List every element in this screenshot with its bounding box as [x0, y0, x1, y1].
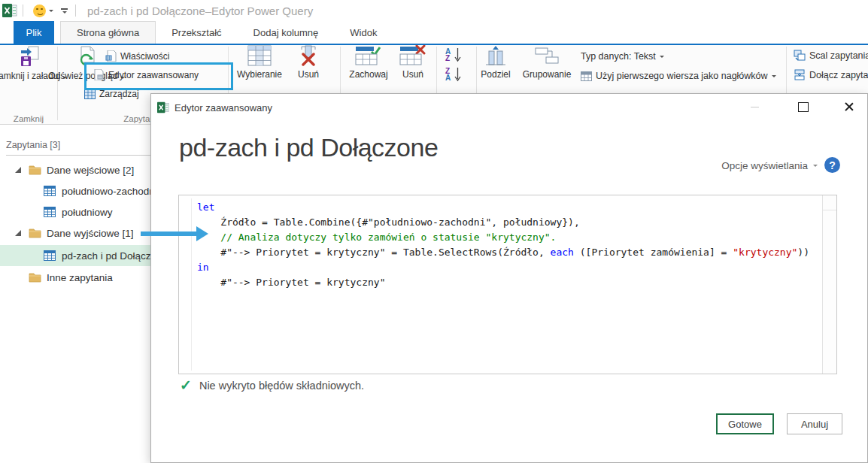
- query-name-heading: pd-zach i pd Dołączone: [179, 133, 438, 162]
- folder-icon: [29, 272, 41, 283]
- caret-down-icon: [660, 56, 664, 58]
- choose-columns-icon: [247, 45, 272, 66]
- dialog-title: Edytor zaawansowany: [175, 102, 272, 113]
- close-and-load-button[interactable]: Zamknij i załaduj: [6, 45, 54, 81]
- table-icon: [44, 207, 56, 217]
- table-icon: [44, 250, 56, 261]
- minimize-button[interactable]: [742, 94, 767, 120]
- sort-descending-button[interactable]: Z A: [445, 67, 461, 82]
- code-text[interactable]: let Źródło = Table.Combine({#"południowo…: [197, 200, 821, 290]
- first-row-headers-button[interactable]: Użyj pierwszego wiersza jako nagłówków: [581, 71, 776, 81]
- choose-columns-button[interactable]: Wybieranie: [232, 45, 287, 80]
- caret-down-icon: [772, 75, 776, 77]
- query-item-label: Dane wejściowe [2]: [47, 165, 134, 176]
- merge-queries-button[interactable]: Scal zapytania: [794, 50, 868, 61]
- properties-label: Właściwości: [120, 51, 169, 62]
- keep-rows-label: Zachowaj: [349, 70, 387, 80]
- append-queries-label: Dołącz zapytania: [809, 70, 868, 80]
- split-column-icon: [484, 45, 507, 66]
- tab-widok[interactable]: Widok: [334, 21, 393, 44]
- folder-icon: [29, 165, 41, 175]
- query-item-dane-wejściowe-2-[interactable]: Dane wejściowe [2]: [0, 159, 150, 180]
- code-editor[interactable]: let Źródło = Table.Combine({#"południowo…: [178, 195, 837, 374]
- code-scrollbar[interactable]: [822, 195, 836, 374]
- sort-arrow-icon: [454, 47, 461, 62]
- remove-columns-icon: [297, 45, 320, 66]
- question-mark-icon: ?: [829, 159, 836, 171]
- cancel-button[interactable]: Anuluj: [787, 413, 842, 434]
- minimize-icon: [751, 107, 759, 107]
- close-load-icon: [19, 45, 41, 68]
- query-item-południowy[interactable]: południowy: [0, 201, 150, 222]
- manage-label: Zarządzaj: [99, 89, 139, 99]
- tab-strona-g-wna[interactable]: Strona główna: [60, 21, 156, 44]
- excel-logo-icon: [2, 3, 17, 18]
- window-titlebar: pd-zach i pd Dołączone–Edytor Power Quer…: [0, 0, 868, 21]
- titlebar-separator-2: [75, 5, 76, 17]
- code-line: #"--> Priorytet = krytyczny": [197, 275, 821, 290]
- help-button[interactable]: ?: [824, 157, 840, 173]
- sort-letter-a: A: [445, 74, 451, 81]
- excel-logo-icon: [157, 101, 169, 113]
- query-item-pd-zach-i-pd-dołączone[interactable]: pd-zach i pd Dołączone: [0, 245, 150, 266]
- group-by-label: Grupowanie: [523, 70, 572, 80]
- query-item-południowo-zachodni[interactable]: południowo-zachodni: [0, 180, 150, 201]
- manage-button[interactable]: Zarządzaj: [84, 89, 139, 99]
- remove-rows-icon: [399, 45, 426, 66]
- queries-pane-divider: [6, 155, 150, 156]
- group-separator: [57, 47, 58, 120]
- code-indent-guide: [191, 198, 192, 371]
- quick-access-customize-icon[interactable]: [61, 8, 68, 14]
- tab-dodaj-kolumn-[interactable]: Dodaj kolumnę: [238, 21, 335, 44]
- sort-ascending-button[interactable]: A Z: [445, 47, 461, 62]
- check-icon: ✓: [180, 378, 192, 392]
- merge-queries-label: Scal zapytania: [809, 50, 868, 61]
- tree-expander-icon[interactable]: [15, 230, 21, 236]
- code-line: in: [197, 260, 821, 275]
- merge-queries-icon: [794, 50, 806, 61]
- dialog-actions: Gotowe Anuluj: [151, 413, 867, 434]
- dialog-titlebar: Edytor zaawansowany: [151, 94, 867, 121]
- sort-letter-z: Z: [445, 55, 451, 62]
- keep-rows-button[interactable]: Zachowaj: [344, 45, 393, 80]
- syntax-status: ✓ Nie wykryto błędów składniowych.: [180, 378, 364, 392]
- split-column-button[interactable]: Podziel: [477, 45, 514, 80]
- remove-rows-button[interactable]: Usuń: [394, 45, 432, 80]
- query-item-inne-zapytania[interactable]: Inne zapytania: [0, 267, 150, 288]
- folder-icon: [29, 228, 41, 238]
- syntax-status-text: Nie wykryto błędów składniowych.: [199, 380, 364, 392]
- done-button[interactable]: Gotowe: [716, 413, 774, 434]
- annotation-highlight-box: [84, 62, 233, 90]
- code-line: #"--> Priorytet = krytyczny" = Table.Sel…: [197, 245, 821, 260]
- query-item-dane-wyjściowe-1-[interactable]: Dane wyjściowe [1]: [0, 222, 150, 244]
- display-options-dropdown[interactable]: Opcje wyświetlania: [721, 160, 818, 171]
- choose-columns-label: Wybieranie: [237, 70, 282, 80]
- remove-rows-label: Usuń: [402, 70, 423, 80]
- feedback-smiley-icon[interactable]: [33, 5, 46, 17]
- query-item-label: południowo-zachodni: [62, 186, 157, 197]
- tree-expander-icon[interactable]: [15, 167, 21, 173]
- query-item-label: Inne zapytania: [47, 272, 113, 283]
- code-line: let: [197, 200, 821, 215]
- close-button[interactable]: [836, 94, 861, 120]
- properties-button[interactable]: Właściwości: [105, 50, 169, 62]
- properties-icon: [105, 50, 117, 62]
- tab-przekszta-[interactable]: Przekształć: [156, 21, 237, 44]
- remove-columns-button[interactable]: Usuń: [289, 45, 328, 80]
- tab-file[interactable]: Plik: [14, 21, 54, 44]
- append-queries-button[interactable]: Dołącz zapytania: [794, 69, 868, 80]
- titlebar-separator: [23, 5, 23, 17]
- feedback-caret-icon[interactable]: [49, 10, 53, 12]
- ribbon-tabstrip: Plik Strona głównaPrzekształćDodaj kolum…: [0, 21, 868, 45]
- data-type-label: Typ danych: Tekst: [581, 51, 656, 62]
- close-icon: [843, 101, 854, 112]
- maximize-button[interactable]: [791, 94, 816, 120]
- maximize-icon: [798, 102, 809, 112]
- query-item-label: południowy: [62, 207, 113, 218]
- group-by-button[interactable]: Grupowanie: [516, 45, 578, 80]
- group-by-icon: [534, 45, 560, 66]
- header-row-icon: [581, 71, 592, 81]
- table-icon: [44, 186, 56, 196]
- data-type-button[interactable]: Typ danych: Tekst: [581, 51, 664, 62]
- sort-arrow-icon: [454, 67, 461, 82]
